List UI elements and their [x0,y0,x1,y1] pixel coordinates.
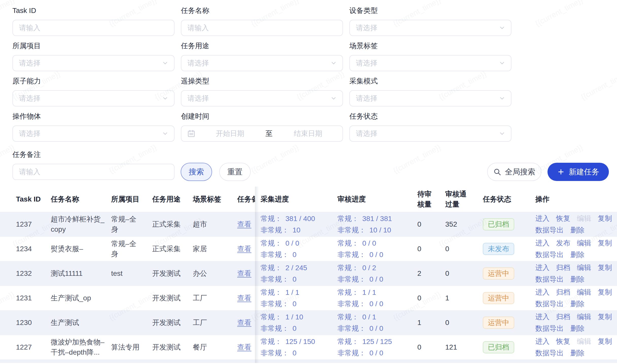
action-link[interactable]: 恢复 [556,336,570,347]
cell-pending-count: 2 [417,269,445,278]
operate-object-select[interactable]: 请选择 [12,125,175,142]
usage-select[interactable]: 请选择 [181,55,343,71]
action-link[interactable]: 归档 [556,262,570,273]
cell-scene-tag: 家居 [193,244,237,254]
action-link[interactable]: 删除 [570,299,585,309]
col-task-name: 任务名称 [51,194,111,204]
action-link[interactable]: 数据导出 [535,274,564,285]
action-link[interactable]: 进入 [535,238,550,248]
action-link[interactable]: 复制 [598,213,612,224]
action-link[interactable]: 删除 [570,225,585,235]
create-task-button[interactable]: 新建任务 [547,163,609,181]
chevron-down-icon [330,60,337,66]
view-note-link[interactable]: 查看 [237,245,251,253]
action-link[interactable]: 发布 [556,238,570,248]
action-link[interactable]: 数据导出 [535,323,564,334]
col-project: 所属项目 [111,194,152,204]
filter-label: 遥操类型 [181,76,343,87]
cell-pending-count: 0 [417,220,445,228]
action-link[interactable]: 数据导出 [535,249,564,260]
task-note-input-wrap [12,164,175,180]
table-row: 1227 微波炉加热食物–干扰–depth降... 算法专用 开发测试 餐厅 查… [0,335,617,359]
date-range-picker[interactable]: 开始日期 至 结束日期 [181,125,343,142]
action-link[interactable]: 复制 [598,287,612,298]
filter-label: 操作物体 [12,111,175,122]
status-badge: 未发布 [483,243,514,255]
device-type-select[interactable]: 请选择 [349,20,511,36]
action-link[interactable]: 数据导出 [535,299,564,309]
chevron-down-icon [162,60,168,66]
filter-label: 设备类型 [349,5,511,16]
table-row: 1234 熨烫衣服– 常规–全身 正式采集 家居 查看 常规：0 / 0 非常规… [0,236,617,261]
table-header: Task ID 任务名称 所属项目 任务用途 场景标签 任务备注 采集进度 审核… [0,187,617,212]
global-search-label: 全局搜索 [505,167,535,177]
action-link[interactable]: 复制 [598,238,612,248]
filter-project: 所属项目 请选择 [12,40,175,71]
action-link[interactable]: 进入 [535,336,550,347]
table-body: 1237 超市冷鲜柜补货_copy 常规–全身 正式采集 超市 查看 常规：38… [0,212,617,359]
action-link[interactable]: 复制 [598,312,612,322]
view-note-link[interactable]: 查看 [237,343,251,351]
action-link[interactable]: 归档 [556,312,570,322]
global-search-button[interactable]: 全局搜索 [487,163,541,181]
task-status-select[interactable]: 请选择 [349,125,511,142]
view-note-link[interactable]: 查看 [237,294,251,302]
collect-mode-select[interactable]: 请选择 [349,90,511,106]
action-link[interactable]: 复制 [598,336,612,347]
view-note-link[interactable]: 查看 [237,319,251,326]
col-task-id: Task ID [16,195,51,203]
action-link[interactable]: 删除 [570,348,585,358]
project-select[interactable]: 请选择 [12,55,175,71]
col-usage: 任务用途 [152,194,193,204]
reset-button[interactable]: 重置 [219,163,251,181]
cell-task-name: 生产测试 [51,318,111,328]
cell-task-status: 已归档 [483,218,535,230]
cell-usage: 开发测试 [152,318,193,327]
cell-approved-count: 121 [445,343,483,351]
cell-collect-progress: 常规：125 / 150 非常规：0 [255,336,337,359]
cell-project: test [111,268,152,279]
view-note-link[interactable]: 查看 [237,220,251,228]
status-badge: 运营中 [483,267,514,280]
action-link[interactable]: 数据导出 [535,348,564,358]
col-review-progress: 审核进度 [337,194,417,204]
action-link[interactable]: 编辑 [577,287,591,298]
cell-task-name: 微波炉加热食物–干扰–depth降... [51,337,111,357]
chevron-down-icon [499,130,505,137]
start-date-placeholder[interactable]: 开始日期 [196,129,265,138]
action-link[interactable]: 数据导出 [535,225,564,235]
action-link[interactable]: 删除 [570,274,585,285]
action-link[interactable]: 删除 [570,249,585,260]
task-note-input[interactable] [13,164,174,179]
filter-label: 任务名称 [181,5,343,16]
atomic-ability-select[interactable]: 请选择 [12,90,175,106]
task-name-input[interactable] [181,20,342,35]
action-link[interactable]: 编辑 [577,312,591,322]
select-placeholder: 请选择 [13,94,162,103]
action-link[interactable]: 进入 [535,213,550,224]
action-link[interactable]: 编辑 [577,238,591,248]
action-link[interactable]: 编辑 [577,262,591,273]
scene-tag-select[interactable]: 请选择 [349,55,511,71]
action-link[interactable]: 进入 [535,262,550,273]
cell-task-id: 1237 [16,220,51,228]
action-link[interactable]: 复制 [598,262,612,273]
cell-project: 常规–全身 [111,239,152,259]
task-id-input-wrap [12,20,175,36]
end-date-placeholder[interactable]: 结束日期 [274,129,343,138]
cell-operations: 进入恢复编辑复制数据导出删除 [535,213,617,235]
teleop-type-select[interactable]: 请选择 [181,90,343,106]
cell-scene-tag: 工厂 [193,318,237,327]
cell-scene-tag: 餐厅 [193,342,237,352]
select-placeholder: 请选择 [350,58,499,68]
task-id-input[interactable] [13,20,174,35]
filter-label: 采集模式 [349,76,511,87]
action-link[interactable]: 归档 [556,287,570,298]
action-link[interactable]: 恢复 [556,213,570,224]
table-row: 1237 超市冷鲜柜补货_copy 常规–全身 正式采集 超市 查看 常规：38… [0,212,617,236]
search-button[interactable]: 搜索 [181,163,212,181]
action-link[interactable]: 进入 [535,287,550,298]
action-link[interactable]: 进入 [535,312,550,322]
view-note-link[interactable]: 查看 [237,269,251,277]
action-link[interactable]: 删除 [570,323,585,334]
